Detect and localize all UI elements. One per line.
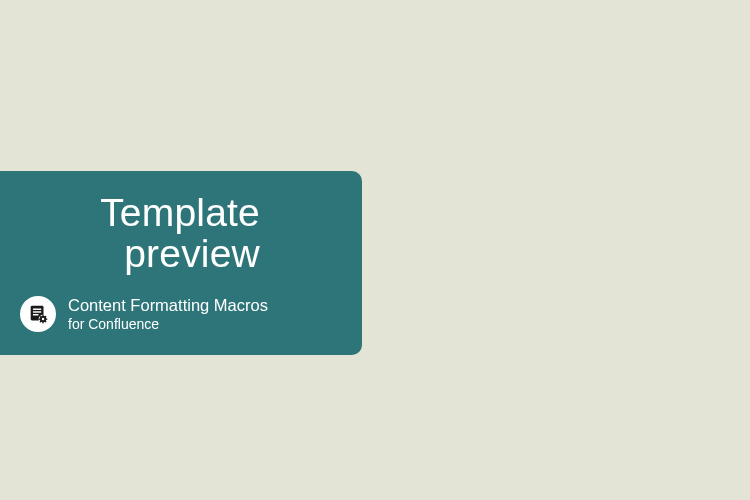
svg-point-5 (42, 318, 44, 320)
title-line-1: Template (20, 193, 260, 234)
promo-card: Template preview Content Formatting Macr… (0, 171, 362, 355)
svg-rect-2 (33, 311, 41, 312)
svg-rect-3 (33, 314, 39, 315)
footer-line-1: Content Formatting Macros (68, 295, 268, 316)
footer-text: Content Formatting Macros for Confluence (68, 295, 268, 333)
document-gear-icon (20, 296, 56, 332)
title-line-2: preview (20, 234, 260, 275)
card-title: Template preview (20, 193, 336, 275)
card-footer: Content Formatting Macros for Confluence (20, 295, 336, 333)
footer-line-2: for Confluence (68, 316, 268, 334)
svg-rect-1 (33, 308, 41, 309)
